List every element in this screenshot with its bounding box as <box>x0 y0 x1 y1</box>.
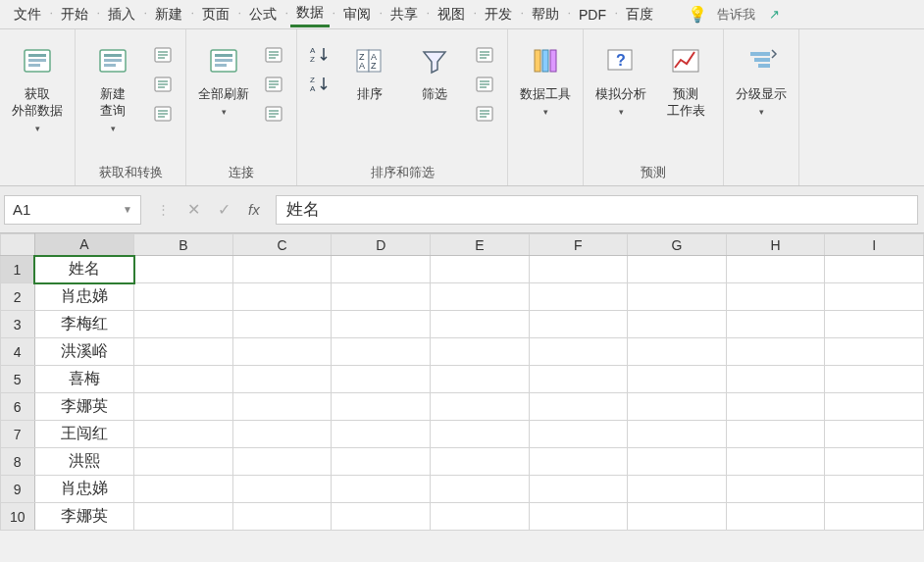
formula-input[interactable]: 姓名 <box>276 195 918 225</box>
cell-A5[interactable]: 喜梅 <box>34 366 134 393</box>
group-outline-button[interactable]: 分级显示▾ <box>734 39 789 117</box>
cell-A3[interactable]: 李梅红 <box>34 311 134 338</box>
menu-item-12[interactable]: PDF <box>573 4 612 26</box>
row-header-2[interactable]: 2 <box>1 283 35 311</box>
column-header-G[interactable]: G <box>628 234 727 256</box>
reapply-icon[interactable] <box>472 73 497 96</box>
cell-G4[interactable] <box>628 338 727 366</box>
cell-E3[interactable] <box>431 311 530 338</box>
column-header-H[interactable]: H <box>726 234 825 256</box>
cell-F5[interactable] <box>529 366 628 393</box>
cell-E10[interactable] <box>431 503 530 531</box>
menu-item-1[interactable]: 开始 <box>55 3 94 26</box>
advanced-icon[interactable] <box>472 102 497 126</box>
column-header-B[interactable]: B <box>134 234 233 256</box>
cell-F4[interactable] <box>529 338 628 366</box>
cell-D9[interactable] <box>332 476 431 503</box>
cell-H8[interactable] <box>726 448 825 476</box>
cell-A8[interactable]: 洪熙 <box>34 448 134 476</box>
confirm-icon[interactable]: ✓ <box>218 200 231 219</box>
cell-H3[interactable] <box>726 311 825 338</box>
cell-I4[interactable] <box>825 338 924 366</box>
cell-I1[interactable] <box>825 256 924 283</box>
menu-item-13[interactable]: 百度 <box>620 3 659 26</box>
cell-C8[interactable] <box>232 448 332 476</box>
row-header-3[interactable]: 3 <box>1 311 35 338</box>
cell-E8[interactable] <box>431 448 530 476</box>
row-header-1[interactable]: 1 <box>1 256 35 283</box>
cell-A7[interactable]: 王闯红 <box>34 421 134 448</box>
cell-H1[interactable] <box>726 256 825 283</box>
edit-links-icon[interactable] <box>261 102 286 126</box>
cell-D3[interactable] <box>332 311 431 338</box>
cell-B2[interactable] <box>134 283 233 311</box>
cell-C10[interactable] <box>232 503 332 531</box>
cell-D10[interactable] <box>332 503 431 531</box>
cell-I5[interactable] <box>825 366 924 393</box>
cell-D1[interactable] <box>332 256 431 283</box>
cell-C6[interactable] <box>232 393 332 421</box>
what-if-button[interactable]: ?模拟分析▾ <box>593 39 648 117</box>
column-header-I[interactable]: I <box>825 234 924 256</box>
cell-E9[interactable] <box>431 476 530 503</box>
cell-F10[interactable] <box>529 503 628 531</box>
column-header-A[interactable]: A <box>34 234 134 256</box>
cell-H4[interactable] <box>726 338 825 366</box>
cell-C3[interactable] <box>232 311 332 338</box>
cell-C7[interactable] <box>232 421 332 448</box>
cell-A4[interactable]: 洪溪峪 <box>34 338 134 366</box>
share-icon[interactable]: ↗ <box>769 7 780 22</box>
cell-E7[interactable] <box>431 421 530 448</box>
cell-B9[interactable] <box>134 476 233 503</box>
column-header-F[interactable]: F <box>529 234 628 256</box>
data-tools-button[interactable]: 数据工具▾ <box>518 39 573 117</box>
sort-button[interactable]: ZAAZ排序 <box>342 39 397 103</box>
cell-I3[interactable] <box>825 311 924 338</box>
menu-item-6[interactable]: 数据 <box>290 1 330 27</box>
cell-D6[interactable] <box>332 393 431 421</box>
cell-F9[interactable] <box>529 476 628 503</box>
cell-C9[interactable] <box>232 476 332 503</box>
cell-C2[interactable] <box>232 283 332 311</box>
recent-icon[interactable] <box>150 73 176 96</box>
cell-E5[interactable] <box>431 366 530 393</box>
cell-H9[interactable] <box>726 476 825 503</box>
menu-item-9[interactable]: 视图 <box>432 3 471 26</box>
row-header-10[interactable]: 10 <box>1 503 35 531</box>
cell-E4[interactable] <box>431 338 530 366</box>
row-header-9[interactable]: 9 <box>1 476 35 503</box>
new-query-button[interactable]: 新建查询▾ <box>85 39 140 133</box>
cell-I8[interactable] <box>825 448 924 476</box>
row-header-8[interactable]: 8 <box>1 448 35 476</box>
cancel-icon[interactable]: ✕ <box>187 200 200 219</box>
row-header-6[interactable]: 6 <box>1 393 35 421</box>
cell-E6[interactable] <box>431 393 530 421</box>
cell-F2[interactable] <box>529 283 628 311</box>
column-header-D[interactable]: D <box>332 234 431 256</box>
cell-B3[interactable] <box>134 311 233 338</box>
row-header-5[interactable]: 5 <box>1 366 35 393</box>
forecast-sheet-button[interactable]: 预测工作表 <box>658 39 713 120</box>
cell-F7[interactable] <box>529 421 628 448</box>
cell-I2[interactable] <box>825 283 924 311</box>
cell-G9[interactable] <box>628 476 727 503</box>
cell-A2[interactable]: 肖忠娣 <box>34 283 134 311</box>
cell-C5[interactable] <box>232 366 332 393</box>
sort-asc-icon[interactable]: AZ <box>307 43 333 67</box>
cell-G1[interactable] <box>628 256 727 283</box>
cell-I7[interactable] <box>825 421 924 448</box>
fx-button[interactable]: fx <box>248 201 260 218</box>
cell-I10[interactable] <box>825 503 924 531</box>
select-all-corner[interactable] <box>1 234 35 256</box>
cell-C4[interactable] <box>232 338 332 366</box>
cell-B10[interactable] <box>134 503 233 531</box>
cell-F8[interactable] <box>529 448 628 476</box>
menu-item-11[interactable]: 帮助 <box>526 3 565 26</box>
name-box-dropdown-icon[interactable]: ▼ <box>123 204 132 215</box>
menu-item-0[interactable]: 文件 <box>8 3 47 26</box>
cell-B8[interactable] <box>134 448 233 476</box>
cell-B5[interactable] <box>134 366 233 393</box>
menu-item-3[interactable]: 新建 <box>149 3 188 26</box>
cube-icon[interactable] <box>150 102 176 126</box>
cell-B6[interactable] <box>134 393 233 421</box>
